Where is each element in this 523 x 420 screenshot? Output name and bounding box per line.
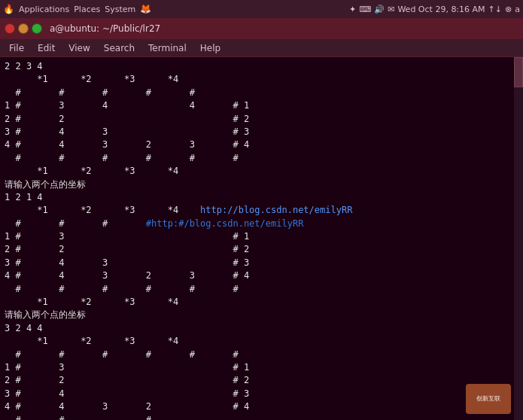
datetime: Wed Oct 29, 8:16 AM xyxy=(397,5,485,14)
menu-help[interactable]: Help xyxy=(194,41,227,55)
app-icon: 🔥 xyxy=(3,4,14,14)
menu-edit[interactable]: Edit xyxy=(32,41,61,55)
maximize-button[interactable] xyxy=(32,23,42,34)
terminal[interactable]: 2 2 3 4 *1 *2 *3 *4 # # # # # 1 # 3 4 4 … xyxy=(0,57,523,420)
system-bar-right: ✦ ⌨ 🔊 ✉ Wed Oct 29, 8:16 AM ↑↓ ⊗ a xyxy=(349,5,520,14)
menu-terminal[interactable]: Terminal xyxy=(142,41,193,55)
terminal-output: 2 2 3 4 *1 *2 *3 *4 # # # # # 1 # 3 4 4 … xyxy=(5,60,518,420)
apps-menu[interactable]: Applications xyxy=(19,5,69,14)
system-menu[interactable]: System xyxy=(105,5,135,14)
keyboard-icon: ⌨ xyxy=(359,5,371,14)
menu-view[interactable]: View xyxy=(62,41,96,55)
volume-icon: 🔊 xyxy=(374,5,385,14)
email-icon: ✉ xyxy=(388,5,394,14)
scroll-thumb[interactable] xyxy=(514,57,523,87)
bluetooth-icon: ✦ xyxy=(349,5,356,14)
watermark: 创新互联 xyxy=(466,384,511,414)
network-icon: ↑↓ xyxy=(488,5,502,14)
username: a xyxy=(515,5,520,14)
power-icon: ⊗ xyxy=(505,5,512,14)
places-menu[interactable]: Places xyxy=(74,5,100,14)
scrollbar[interactable] xyxy=(514,57,523,420)
watermark-text: 创新互联 xyxy=(476,394,500,403)
menu-file[interactable]: File xyxy=(3,41,30,55)
title-bar: a@ubuntu: ~/Public/lr27 xyxy=(0,18,523,39)
system-bar-left: 🔥 Applications Places System 🦊 xyxy=(3,4,349,14)
window-buttons xyxy=(5,23,42,34)
window-title: a@ubuntu: ~/Public/lr27 xyxy=(50,23,160,34)
firefox-icon[interactable]: 🦊 xyxy=(140,4,151,14)
close-button[interactable] xyxy=(5,23,15,34)
menu-search[interactable]: Search xyxy=(98,41,141,55)
system-bar: 🔥 Applications Places System 🦊 ✦ ⌨ 🔊 ✉ W… xyxy=(0,0,523,18)
minimize-button[interactable] xyxy=(18,23,29,34)
menu-bar: File Edit View Search Terminal Help xyxy=(0,39,523,57)
